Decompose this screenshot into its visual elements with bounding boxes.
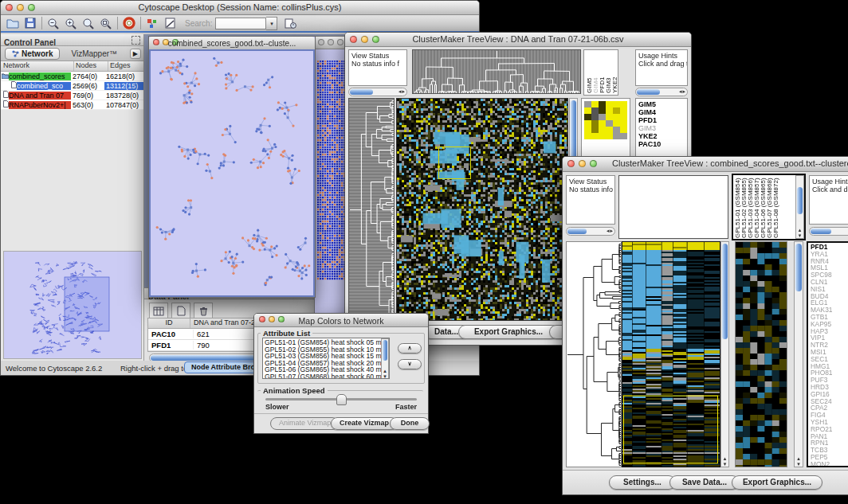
gene-label[interactable]: PFD1: [638, 116, 687, 124]
column-label: PFD1: [599, 52, 605, 93]
tv2-view-status-hscrollbar[interactable]: ◂▸: [566, 227, 615, 236]
search-dropdown-arrow[interactable]: ▾: [266, 17, 277, 30]
dialog-title: Map Colors to Network: [254, 316, 428, 326]
tab-network[interactable]: Network: [5, 48, 60, 60]
matrix-cell: [599, 120, 606, 127]
tv2-usage-hints-hscrollbar[interactable]: ◂▸: [809, 227, 848, 236]
column-label: GPL51-07 (GSM868): [767, 176, 772, 238]
zoom-fit-icon[interactable]: [97, 16, 115, 31]
tv2-usage-hints-panel: Usage Hints Click and drag: [809, 175, 848, 225]
column-label: GPL51-04 (GSM857): [754, 176, 760, 238]
matrix-cell: [606, 120, 613, 127]
matrix-cell: [613, 101, 620, 107]
animation-speed-slider[interactable]: [265, 398, 417, 400]
tab-vizmapper[interactable]: VizMapper™: [71, 49, 117, 58]
matrix-cell: [613, 114, 620, 120]
desktop: Cytoscape Desktop (Session Name: collins…: [0, 0, 848, 504]
network-view-canvas[interactable]: [151, 51, 312, 294]
matrix-cell: [613, 133, 620, 139]
network-nodes-count: 2764(0): [71, 72, 104, 80]
export-graphics-button[interactable]: Export Graphics...: [732, 475, 822, 490]
delete-attribute-icon[interactable]: [194, 303, 213, 319]
gene-label[interactable]: GIM3: [638, 124, 687, 132]
matrix-cell: [591, 133, 599, 139]
attribute-list[interactable]: GPL51-01 (GSM854) heat shock 05 minGPL51…: [262, 338, 390, 379]
open-folder-icon[interactable]: [4, 16, 22, 31]
zoom-selected-icon[interactable]: [80, 16, 97, 31]
tv2-heatmap-vscrollbar[interactable]: ▴▾: [720, 241, 729, 467]
tv1-similarity-matrix[interactable]: [584, 101, 627, 139]
search-input[interactable]: [215, 18, 266, 29]
tv1-row-dendrogram[interactable]: [348, 98, 395, 321]
file-icon: [1, 81, 17, 90]
gene-label[interactable]: YKE2: [638, 132, 687, 140]
network-table-row[interactable]: RNAPuberNov2+|563(0)107847(0): [1, 100, 143, 110]
network-table-row[interactable]: combined_sco2569(6)13112(15): [1, 81, 143, 91]
tv2-column-labels: GPL51-01 (GSM854)GPL51-02 (GSM855)GPL51-…: [732, 174, 806, 240]
slider-thumb[interactable]: [336, 394, 347, 405]
gene-label[interactable]: MON2: [811, 461, 848, 467]
create-vizmap-button[interactable]: Create Vizmap: [331, 417, 398, 430]
network-window-title: combined_scores_good.txt--cluste...: [149, 39, 315, 48]
minimize-button[interactable]: [328, 39, 334, 45]
animate-vizmap-button[interactable]: Animate Vizmap: [270, 417, 339, 430]
attribute-table-icon[interactable]: [149, 303, 168, 319]
tv1-view-status-hscrollbar[interactable]: ◂▸: [348, 88, 407, 96]
matrix-cell: [591, 101, 599, 107]
matrix-cell: [620, 127, 627, 133]
save-data-button[interactable]: Save Data...: [669, 475, 740, 490]
tv2-view-status-panel: View Status No status info f: [566, 175, 615, 225]
close-button[interactable]: [318, 39, 324, 45]
gene-label[interactable]: GIM5: [638, 100, 687, 108]
column-label: GIM5: [587, 52, 592, 93]
main-title-bar[interactable]: Cytoscape Desktop (Session Name: collins…: [1, 1, 479, 15]
map-colors-icon[interactable]: [143, 16, 161, 31]
tv1-usage-hints-hscrollbar[interactable]: ◂▸: [635, 88, 688, 96]
matrix-cell: [599, 127, 606, 133]
export-graphics-button[interactable]: Export Graphics...: [458, 325, 559, 339]
tab-overflow-arrow[interactable]: ▶: [130, 49, 141, 59]
column-label: GIM4: [593, 52, 599, 93]
column-label: GPL51-01 (GSM854): [735, 176, 740, 238]
tv2-gene-vscrollbar[interactable]: ▴▾: [794, 241, 803, 467]
tv2-zoom-heatmap[interactable]: [735, 241, 787, 467]
network-table-header: Network Nodes Edges: [1, 61, 143, 72]
tv1-column-labels: GIM5GIM4PFD1GIM3YKE2PAC10: [583, 49, 618, 96]
tv1-heatmap[interactable]: [396, 98, 568, 321]
tv2-column-dendrogram[interactable]: [618, 175, 728, 239]
done-button[interactable]: Done: [390, 417, 430, 430]
tv1-column-dendrogram[interactable]: [412, 49, 581, 94]
zoom-in-icon[interactable]: [62, 16, 80, 31]
matrix-cell: [606, 107, 613, 114]
gene-label[interactable]: GIM4: [638, 108, 687, 116]
move-down-button[interactable]: ∨: [398, 359, 422, 369]
matrix-cell: [591, 107, 599, 114]
save-icon[interactable]: [22, 16, 39, 31]
search-index-icon[interactable]: [281, 16, 299, 31]
zoom-window-button[interactable]: [337, 39, 344, 45]
column-label: GPL51-02 (GSM855): [741, 176, 747, 238]
help-lifering-icon[interactable]: [120, 16, 138, 31]
new-attribute-icon[interactable]: [171, 303, 190, 319]
tv2-heatmap[interactable]: [622, 241, 720, 467]
matrix-cell: [620, 107, 627, 114]
matrix-cell: [613, 107, 620, 114]
settings-button[interactable]: Settings...: [609, 475, 676, 490]
matrix-cell: [613, 120, 620, 127]
float-panel-icon[interactable]: [132, 36, 140, 45]
network-table-row[interactable]: combined_scores2764(0)16218(0): [1, 72, 143, 81]
matrix-cell: [599, 133, 606, 139]
search-label: Search:: [185, 19, 212, 28]
attribute-list-item[interactable]: GPL51-07 (GSM868) heat shock 60 min: [265, 373, 387, 379]
attribute-list-label: Attribute List: [261, 329, 312, 338]
tv2-row-dendrogram[interactable]: [566, 241, 622, 467]
zoom-out-icon[interactable]: [45, 16, 62, 31]
gene-label[interactable]: PAC10: [638, 140, 687, 148]
column-label: GPL51-08 (GSM872): [773, 176, 779, 238]
matrix-cell: [591, 120, 599, 127]
annotation-icon[interactable]: [161, 16, 179, 31]
birds-eye-view[interactable]: [3, 251, 142, 359]
network-window: combined_scores_good.txt--cluste...: [148, 36, 316, 298]
move-up-button[interactable]: ∧: [398, 343, 422, 354]
network-table-row[interactable]: DNA and Tran 07769(0)183728(0): [1, 91, 143, 100]
